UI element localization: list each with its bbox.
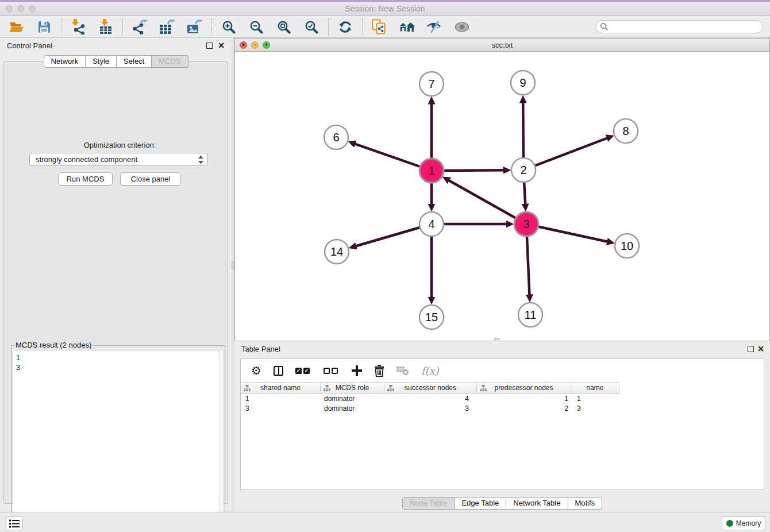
hide-graphics-details-icon[interactable]	[426, 19, 442, 35]
memory-label: Memory	[736, 519, 761, 527]
import-network-icon[interactable]	[70, 19, 86, 35]
import-table-icon[interactable]	[98, 19, 114, 35]
deselect-all-icon[interactable]	[324, 368, 340, 374]
add-column-icon[interactable]	[352, 365, 362, 376]
list-icon	[9, 519, 20, 528]
control-panel: Control Panel ✕ Optimization criterion: …	[0, 38, 232, 512]
zoom-selected-icon[interactable]	[303, 19, 319, 35]
graph-node-label-2: 2	[520, 164, 526, 176]
status-bar: Memory	[0, 512, 770, 532]
search-icon	[600, 22, 609, 33]
criterion-dropdown[interactable]: strongly connected component	[29, 153, 208, 166]
select-all-icon[interactable]: ✓✓	[295, 368, 311, 374]
column-header-shared-name[interactable]: shared name	[241, 382, 321, 394]
node-table-row[interactable]: 3dominator323	[241, 403, 764, 413]
criterion-value: strongly connected component	[36, 155, 137, 164]
float-panel-icon[interactable]	[206, 43, 213, 49]
column-header-successor-nodes[interactable]: successor nodes	[384, 382, 477, 394]
search-field[interactable]	[595, 20, 763, 33]
node-table-cell: 1	[477, 394, 571, 403]
export-image-icon[interactable]	[187, 19, 203, 35]
dropdown-chevrons-icon	[198, 155, 203, 168]
run-mcds-button[interactable]: Run MCDS	[58, 172, 113, 186]
node-table-cell: 4	[384, 394, 477, 403]
node-table: shared name MCDS role successor nodes pr…	[241, 382, 764, 413]
close-mcds-panel-button[interactable]: Close panel	[120, 172, 181, 186]
column-header-mcds-role[interactable]: MCDS role	[321, 382, 384, 394]
network-canvas[interactable]: 7968124314101511	[235, 52, 769, 341]
graph-node-label-14: 14	[330, 245, 343, 258]
node-table-cell: dominator	[321, 394, 384, 403]
node-table-cell: 3	[571, 403, 619, 413]
delete-column-icon[interactable]	[374, 365, 384, 377]
optimization-criterion-label: Optimization criterion:	[4, 141, 236, 149]
graph-edge-2-8[interactable]	[523, 138, 607, 170]
main-toolbar	[0, 16, 770, 38]
refresh-network-icon[interactable]	[337, 19, 353, 35]
tab-motifs[interactable]: Motifs	[568, 497, 602, 510]
tab-node-table[interactable]: Node Table	[402, 497, 455, 510]
node-table-row[interactable]: 1dominator411	[241, 394, 764, 403]
result-scrollbar[interactable]	[218, 351, 223, 532]
mcds-result-box: MCDS result (2 nodes) 1 3	[11, 345, 225, 532]
control-panel-header: Control Panel ✕	[0, 38, 232, 53]
table-settings-icon[interactable]: ⚙	[251, 364, 261, 377]
show-graphics-details-icon[interactable]	[454, 19, 470, 35]
table-panel: Table Panel ✕ ⚙ ✓✓	[234, 341, 770, 512]
zoom-in-icon[interactable]	[221, 19, 237, 35]
graph-node-label-11: 11	[525, 309, 537, 321]
task-history-button[interactable]	[6, 516, 23, 530]
table-panel-tabs: Node Table Edge Table Network Table Moti…	[402, 497, 602, 510]
tab-network-table[interactable]: Network Table	[506, 497, 568, 510]
network-window-title: scc.txt	[235, 41, 769, 49]
export-table-icon[interactable]	[159, 19, 175, 35]
export-network-icon[interactable]	[132, 19, 148, 35]
graph-edge-3-1[interactable]	[449, 180, 526, 224]
zoom-fit-content-icon[interactable]	[276, 19, 292, 35]
control-panel-title: Control Panel	[7, 41, 52, 50]
close-panel-icon[interactable]: ✕	[218, 41, 225, 50]
node-table-header-row: shared name MCDS role successor nodes pr…	[241, 382, 764, 394]
clone-network-icon[interactable]	[371, 19, 387, 35]
delete-table-icon[interactable]	[396, 365, 409, 376]
memory-button[interactable]: Memory	[722, 516, 765, 530]
node-table-cell: 3	[384, 403, 477, 413]
graph-node-label-8: 8	[622, 125, 629, 137]
zoom-out-icon[interactable]	[248, 19, 264, 35]
column-header-name[interactable]: name	[571, 382, 619, 394]
memory-status-icon	[726, 520, 733, 527]
node-table-cell: 1	[571, 394, 619, 403]
graph-node-label-3: 3	[523, 218, 529, 230]
graph-node-label-4: 4	[428, 218, 434, 230]
tab-mcds[interactable]: MCDS	[152, 55, 188, 68]
node-table-cell: 2	[477, 403, 571, 413]
tab-select[interactable]: Select	[117, 55, 152, 68]
float-table-panel-icon[interactable]	[748, 346, 754, 352]
show-column-panel-icon[interactable]	[274, 366, 283, 376]
column-header-predecessor-nodes[interactable]: predecessor nodes	[477, 382, 571, 394]
mcds-panel: Optimization criterion: strongly connect…	[3, 61, 228, 504]
open-session-icon[interactable]	[9, 19, 25, 35]
table-panel-title: Table Panel	[241, 345, 280, 353]
tab-style[interactable]: Style	[86, 55, 117, 68]
node-table-cell: 1	[241, 394, 321, 403]
mcds-result-text[interactable]: 1 3	[13, 351, 218, 532]
graph-node-label-7: 7	[428, 78, 434, 90]
graph-node-label-6: 6	[333, 131, 339, 144]
node-table-container: ⚙ ✓✓	[240, 358, 764, 489]
graph-node-label-10: 10	[621, 240, 633, 252]
graph-node-label-15: 15	[425, 311, 438, 323]
network-window-titlebar[interactable]: ✕ − + scc.txt	[235, 38, 769, 52]
tab-edge-table[interactable]: Edge Table	[455, 497, 506, 510]
search-input[interactable]	[595, 20, 763, 33]
save-session-icon[interactable]	[36, 19, 52, 35]
table-toolbar: ⚙ ✓✓	[241, 359, 764, 382]
function-builder-icon[interactable]: f(x)	[421, 365, 439, 377]
node-table-cell: 3	[241, 403, 321, 413]
session-title: Session: New Session	[0, 4, 770, 13]
node-table-cell: dominator	[321, 403, 384, 413]
close-table-panel-icon[interactable]: ✕	[757, 344, 764, 353]
tab-network[interactable]: Network	[43, 55, 86, 68]
mcds-result-title: MCDS result (2 nodes)	[14, 341, 93, 349]
network-overview-icon[interactable]	[399, 19, 415, 35]
